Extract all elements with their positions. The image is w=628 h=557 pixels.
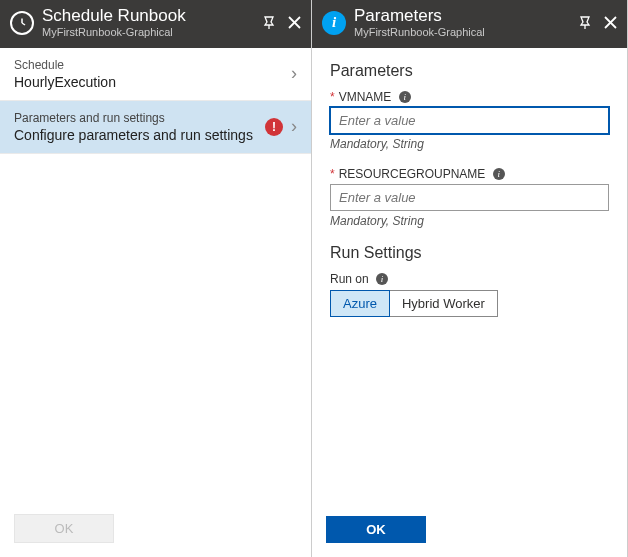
params-label: Parameters and run settings [14, 111, 265, 125]
blade-header: Schedule Runbook MyFirstRunbook-Graphica… [0, 0, 311, 48]
blade-subtitle: MyFirstRunbook-Graphical [354, 26, 578, 39]
clock-icon [10, 11, 34, 35]
parameters-blade: i Parameters MyFirstRunbook-Graphical Pa… [312, 0, 628, 557]
toggle-azure[interactable]: Azure [330, 290, 390, 317]
chevron-right-icon: › [291, 116, 297, 137]
schedule-label: Schedule [14, 58, 291, 72]
schedule-runbook-blade: Schedule Runbook MyFirstRunbook-Graphica… [0, 0, 312, 557]
rgname-label: *RESOURCEGROUPNAME i [330, 167, 609, 181]
run-on-label: Run on i [330, 272, 609, 286]
ok-button[interactable]: OK [14, 514, 114, 543]
close-icon[interactable] [288, 16, 301, 29]
parameters-row[interactable]: Parameters and run settings Configure pa… [0, 101, 311, 154]
chevron-right-icon: › [291, 63, 297, 84]
rgname-input[interactable] [330, 184, 609, 211]
ok-button[interactable]: OK [326, 516, 426, 543]
vmname-label: *VMNAME i [330, 90, 609, 104]
required-asterisk: * [330, 167, 335, 181]
toggle-hybrid[interactable]: Hybrid Worker [390, 290, 498, 317]
error-icon: ! [265, 118, 283, 136]
parameters-section-title: Parameters [330, 62, 609, 80]
svg-line-1 [22, 23, 25, 25]
schedule-value: HourlyExecution [14, 74, 291, 90]
blade-header: i Parameters MyFirstRunbook-Graphical [312, 0, 627, 48]
pin-icon[interactable] [578, 16, 592, 30]
params-value: Configure parameters and run settings [14, 127, 265, 143]
run-settings-section-title: Run Settings [330, 244, 609, 262]
info-icon[interactable]: i [399, 91, 411, 103]
run-on-toggle: Azure Hybrid Worker [330, 290, 609, 317]
blade-title: Parameters [354, 6, 578, 26]
info-icon[interactable]: i [493, 168, 505, 180]
blade-title: Schedule Runbook [42, 6, 262, 26]
vmname-input[interactable] [330, 107, 609, 134]
required-asterisk: * [330, 90, 335, 104]
rgname-hint: Mandatory, String [330, 214, 609, 228]
pin-icon[interactable] [262, 16, 276, 30]
close-icon[interactable] [604, 16, 617, 29]
vmname-hint: Mandatory, String [330, 137, 609, 151]
info-icon: i [322, 11, 346, 35]
info-icon[interactable]: i [376, 273, 388, 285]
blade-subtitle: MyFirstRunbook-Graphical [42, 26, 262, 39]
schedule-row[interactable]: Schedule HourlyExecution › [0, 48, 311, 101]
